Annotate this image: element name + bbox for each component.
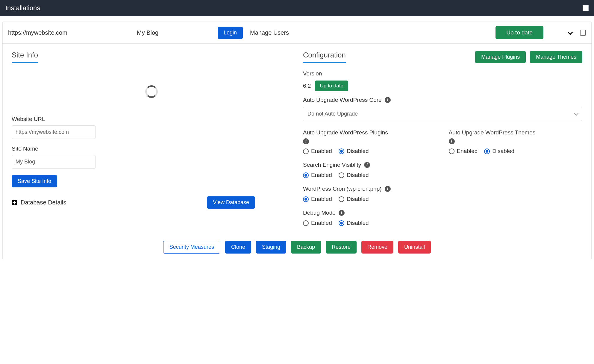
themes-enabled-radio[interactable] xyxy=(449,148,454,154)
select-installation-checkbox[interactable] xyxy=(580,30,586,36)
version-value: 6.2 xyxy=(303,83,311,89)
wp-cron-label: WordPress Cron (wp-cron.php) xyxy=(303,186,382,192)
info-icon[interactable]: i xyxy=(364,162,370,168)
clone-button[interactable]: Clone xyxy=(225,241,251,254)
uninstall-button[interactable]: Uninstall xyxy=(398,241,431,254)
site-name-input[interactable] xyxy=(12,155,96,169)
debug-mode-label: Debug Mode xyxy=(303,210,336,216)
debug-enabled-option[interactable]: Enabled xyxy=(303,220,332,226)
login-button[interactable]: Login xyxy=(218,27,243,39)
website-url-label: Website URL xyxy=(12,116,291,122)
cron-disabled-radio[interactable] xyxy=(339,196,344,202)
loading-spinner-icon xyxy=(145,85,158,98)
auto-upgrade-core-value: Do not Auto Upgrade xyxy=(307,111,358,117)
manage-users-link[interactable]: Manage Users xyxy=(250,29,289,36)
save-site-info-button[interactable]: Save Site Info xyxy=(12,175,57,187)
cron-enabled-radio[interactable] xyxy=(303,196,309,202)
restore-button[interactable]: Restore xyxy=(326,241,357,254)
installation-panel: https://mywebsite.com My Blog Login Mana… xyxy=(2,22,592,259)
info-icon[interactable]: i xyxy=(339,210,345,216)
site-name-label: Site Name xyxy=(12,145,291,152)
auto-upgrade-core-label: Auto Upgrade WordPress Core xyxy=(303,97,382,103)
topbar-title: Installations xyxy=(5,4,40,12)
info-icon[interactable]: i xyxy=(385,186,391,192)
backup-button[interactable]: Backup xyxy=(291,241,321,254)
manage-plugins-button[interactable]: Manage Plugins xyxy=(475,51,526,63)
security-measures-button[interactable]: Security Measures xyxy=(163,241,220,254)
expand-icon[interactable] xyxy=(567,29,574,36)
cron-disabled-option[interactable]: Disabled xyxy=(339,196,369,202)
themes-disabled-option[interactable]: Disabled xyxy=(484,148,514,154)
site-info-section: Site Info Website URL Site Name Save Sit… xyxy=(12,51,291,233)
version-label: Version xyxy=(303,70,582,77)
site-name: My Blog xyxy=(137,29,197,36)
configuration-title: Configuration xyxy=(303,51,346,63)
debug-disabled-radio[interactable] xyxy=(339,220,344,226)
info-icon[interactable]: i xyxy=(303,138,309,144)
database-details-toggle[interactable]: Database Details xyxy=(12,199,66,206)
topbar-checkbox[interactable] xyxy=(583,5,589,11)
view-database-button[interactable]: View Database xyxy=(207,196,255,209)
topbar: Installations xyxy=(0,0,594,16)
site-info-title: Site Info xyxy=(12,51,38,63)
sev-disabled-radio[interactable] xyxy=(339,172,344,178)
plugins-disabled-radio[interactable] xyxy=(339,148,344,154)
site-url[interactable]: https://mywebsite.com xyxy=(8,29,131,36)
sev-enabled-radio[interactable] xyxy=(303,172,309,178)
sev-enabled-option[interactable]: Enabled xyxy=(303,172,332,178)
debug-disabled-option[interactable]: Disabled xyxy=(339,220,369,226)
cron-enabled-option[interactable]: Enabled xyxy=(303,196,332,202)
auto-upgrade-plugins-label: Auto Upgrade WordPress Plugins xyxy=(303,129,388,136)
sev-disabled-option[interactable]: Disabled xyxy=(339,172,369,178)
configuration-section: Configuration Manage Plugins Manage Them… xyxy=(303,51,582,233)
chevron-down-icon xyxy=(574,111,578,115)
database-details-label: Database Details xyxy=(21,199,66,206)
themes-enabled-option[interactable]: Enabled xyxy=(449,148,478,154)
plugins-enabled-option[interactable]: Enabled xyxy=(303,148,332,154)
plugins-enabled-radio[interactable] xyxy=(303,148,309,154)
manage-themes-button[interactable]: Manage Themes xyxy=(530,51,582,63)
plugins-disabled-option[interactable]: Disabled xyxy=(339,148,369,154)
auto-upgrade-core-select[interactable]: Do not Auto Upgrade xyxy=(303,107,582,121)
info-icon[interactable]: i xyxy=(385,97,391,103)
search-engine-visibility-label: Search Engine Visiblity xyxy=(303,162,361,168)
plus-icon xyxy=(12,200,17,205)
debug-enabled-radio[interactable] xyxy=(303,220,309,226)
info-icon[interactable]: i xyxy=(449,138,455,144)
auto-upgrade-themes-label: Auto Upgrade WordPress Themes xyxy=(449,129,536,136)
staging-button[interactable]: Staging xyxy=(256,241,286,254)
installation-header: https://mywebsite.com My Blog Login Mana… xyxy=(3,22,591,44)
footer-actions: Security Measures Clone Staging Backup R… xyxy=(3,233,591,259)
version-status-badge: Up to date xyxy=(315,81,348,91)
themes-disabled-radio[interactable] xyxy=(484,148,490,154)
remove-button[interactable]: Remove xyxy=(361,241,393,254)
website-url-input[interactable] xyxy=(12,125,96,139)
status-button[interactable]: Up to date xyxy=(495,26,543,39)
